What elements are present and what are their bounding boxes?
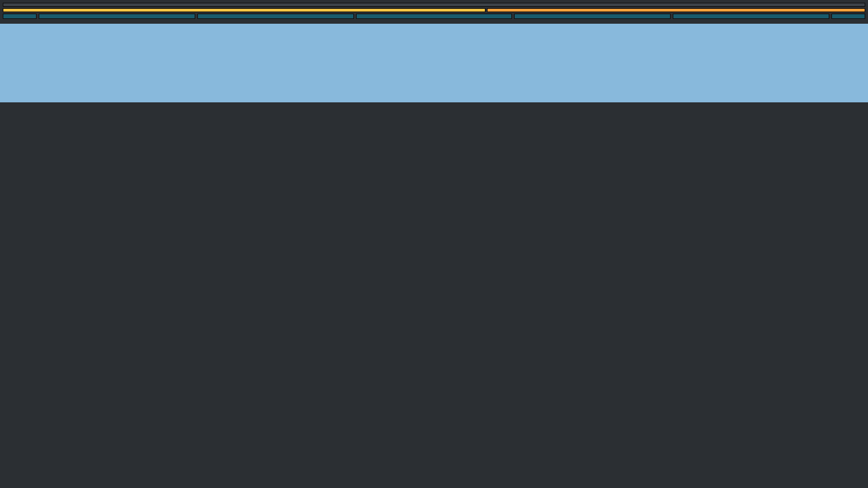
nvdec-0: [514, 14, 671, 19]
pci-host-interface: [3, 3, 865, 7]
l2-cache: [0, 24, 868, 102]
encoder-row: [3, 14, 865, 19]
amp-block: [3, 8, 486, 12]
nvenc-2: [356, 14, 513, 19]
gigathread-engine: [487, 8, 865, 12]
nvdec-1: [673, 14, 829, 19]
nvenc-1: [197, 14, 354, 19]
encoder-edge-left: [3, 14, 37, 19]
management-row: [3, 8, 865, 12]
encoder-edge-right: [831, 14, 865, 19]
nvenc-0: [39, 14, 195, 19]
